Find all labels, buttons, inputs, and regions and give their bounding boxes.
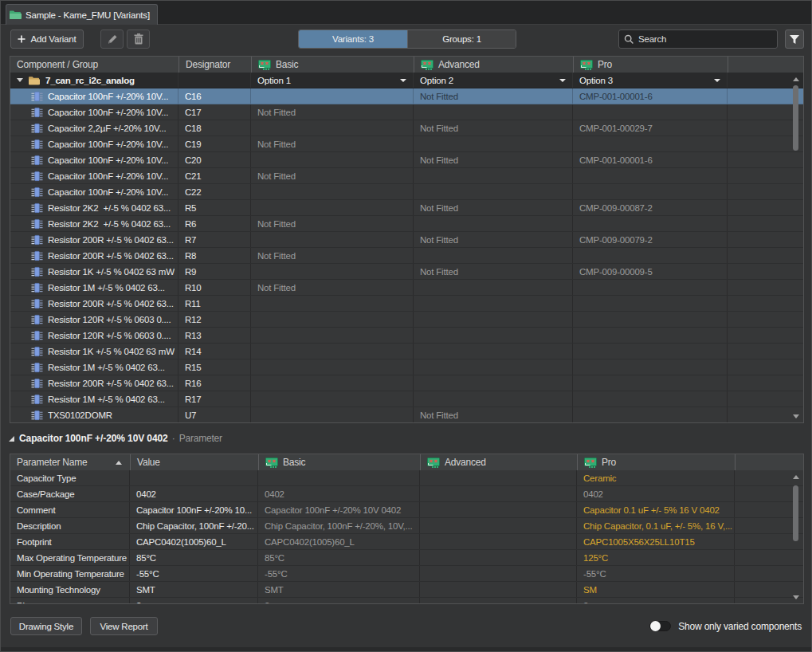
basic-variant-cell[interactable] [251, 312, 414, 327]
document-tab[interactable]: Sample - Kame_FMU [Variants] [6, 4, 158, 25]
basic-variant-cell[interactable] [251, 296, 414, 311]
basic-variant-cell[interactable] [251, 120, 414, 136]
parameter-advanced-cell[interactable] [420, 534, 577, 549]
column-header-basic[interactable]: Basic [251, 57, 414, 73]
parameter-row[interactable]: Pins 2 2 2 [10, 598, 803, 604]
parameters-scrollbar-thumb[interactable] [793, 485, 798, 541]
advanced-variant-cell[interactable] [414, 280, 573, 295]
pro-variant-cell[interactable] [573, 248, 728, 263]
pro-variant-cell[interactable] [573, 407, 728, 422]
column-header-parameter-name[interactable]: Parameter Name [10, 454, 130, 470]
advanced-variant-cell[interactable]: Not Fitted [414, 200, 573, 215]
basic-variant-cell[interactable] [251, 152, 414, 167]
basic-variant-cell[interactable] [251, 232, 414, 247]
parameter-pro-cell[interactable]: Capacitor 0.1 uF +/- 5% 16 V 0402 [577, 502, 735, 517]
parameter-advanced-cell[interactable] [420, 550, 577, 565]
table-row[interactable]: Resistor 2K2 +/-5 % 0402 63... R6 Not Fi… [10, 216, 803, 232]
parameter-advanced-cell[interactable] [420, 566, 577, 581]
pro-variant-cell[interactable]: CMP-009-00087-2 [573, 200, 728, 215]
basic-variant-cell[interactable]: Not Fitted [251, 136, 414, 151]
advanced-variant-cell[interactable] [414, 184, 573, 199]
parameters-scrollbar[interactable] [789, 471, 802, 603]
advanced-variant-cell[interactable] [414, 344, 573, 359]
advanced-variant-cell[interactable] [414, 136, 573, 151]
pro-variant-cell[interactable]: CMP-001-00001-6 [573, 152, 728, 167]
show-only-varied-toggle[interactable] [649, 621, 671, 631]
advanced-variant-cell[interactable]: Not Fitted [414, 232, 573, 247]
advanced-option-select[interactable]: Option 2 [414, 73, 573, 88]
parameter-pro-cell[interactable]: CAPC1005X56X25LL10T15 [577, 534, 735, 549]
parameter-advanced-cell[interactable] [420, 470, 577, 485]
advanced-variant-cell[interactable] [414, 391, 573, 407]
pro-variant-cell[interactable] [573, 344, 728, 359]
table-row[interactable]: Capacitor 100nF +/-20% 10V... C21 Not Fi… [10, 168, 803, 184]
advanced-variant-cell[interactable]: Not Fitted [414, 120, 573, 136]
table-row[interactable]: Capacitor 100nF +/-20% 10V... C17 Not Fi… [10, 104, 803, 120]
parameter-row[interactable]: Case/Package 0402 0402 0402 [10, 486, 803, 502]
advanced-variant-cell[interactable] [414, 312, 573, 327]
basic-variant-cell[interactable]: Not Fitted [251, 216, 414, 231]
parameter-row[interactable]: Capacitor Type Ceramic [10, 470, 803, 486]
column-header-advanced[interactable]: Advanced [414, 57, 573, 73]
tab-variants[interactable]: Variants: 3 [299, 30, 407, 48]
pro-variant-cell[interactable] [573, 168, 728, 183]
basic-variant-cell[interactable] [251, 200, 414, 215]
table-row[interactable]: Resistor 1K +/-5 % 0402 63 mW R14 [10, 344, 803, 359]
add-variant-button[interactable]: Add Variant [10, 29, 84, 49]
parameter-basic-cell[interactable]: 85°C [258, 550, 420, 565]
edit-variant-button[interactable] [100, 29, 124, 49]
advanced-variant-cell[interactable] [414, 104, 573, 120]
search-input[interactable] [638, 34, 772, 44]
pro-variant-cell[interactable] [573, 391, 728, 407]
table-row[interactable]: Resistor 1M +/-5 % 0402 63... R17 [10, 391, 803, 407]
group-row[interactable]: 7_can_rc_i2c_analog Option 1 Option 2 Op… [10, 73, 803, 88]
advanced-variant-cell[interactable] [414, 359, 573, 375]
advanced-variant-cell[interactable] [414, 168, 573, 183]
column-header-param-basic[interactable]: Basic [258, 454, 420, 470]
parameter-row[interactable]: Comment Capacitor 100nF +/-20% 10... Cap… [10, 502, 803, 518]
table-row[interactable]: Capacitor 100nF +/-20% 10V... C19 Not Fi… [10, 136, 803, 152]
parameter-pro-cell[interactable]: SM [577, 582, 735, 597]
parameter-row[interactable]: Min Operating Temperature -55°C -55°C -5… [10, 566, 803, 582]
column-header-param-advanced[interactable]: Advanced [420, 454, 577, 470]
pro-variant-cell[interactable]: CMP-001-00029-7 [573, 120, 728, 136]
advanced-variant-cell[interactable]: Not Fitted [414, 264, 573, 279]
pro-variant-cell[interactable] [573, 359, 728, 375]
basic-variant-cell[interactable] [251, 264, 414, 279]
basic-variant-cell[interactable] [251, 375, 414, 391]
parameter-advanced-cell[interactable] [420, 598, 577, 604]
basic-option-select[interactable]: Option 1 [251, 73, 414, 88]
column-header-value[interactable]: Value [130, 454, 258, 470]
table-row[interactable]: Resistor 1M +/-5 % 0402 63... R10 Not Fi… [10, 280, 803, 296]
view-report-button[interactable]: View Report [90, 617, 158, 635]
advanced-variant-cell[interactable] [414, 216, 573, 231]
basic-variant-cell[interactable] [251, 328, 414, 343]
table-row[interactable]: Resistor 200R +/-5 % 0402 63... R11 [10, 296, 803, 312]
parameter-row[interactable]: Max Operating Temperature 85°C 85°C 125°… [10, 550, 803, 566]
parameter-advanced-cell[interactable] [420, 502, 577, 517]
column-header-pro[interactable]: Pro [573, 57, 728, 73]
advanced-variant-cell[interactable] [414, 375, 573, 391]
parameter-pro-cell[interactable]: Ceramic [577, 470, 735, 485]
basic-variant-cell[interactable]: Not Fitted [251, 104, 414, 120]
components-scrollbar-thumb[interactable] [793, 85, 798, 151]
table-row[interactable]: Resistor 1K +/-5 % 0402 63 mW R9 Not Fit… [10, 264, 803, 280]
parameter-advanced-cell[interactable] [420, 582, 577, 597]
table-row[interactable]: Capacitor 2,2µF +/-20% 10V... C18 Not Fi… [10, 120, 803, 136]
advanced-variant-cell[interactable] [414, 296, 573, 311]
parameter-basic-cell[interactable] [258, 470, 420, 485]
filter-button[interactable] [785, 29, 804, 49]
parameter-basic-cell[interactable]: 0402 [258, 486, 420, 501]
table-row[interactable]: Resistor 200R +/-5 % 0402 63... R7 Not F… [10, 232, 803, 248]
basic-variant-cell[interactable] [251, 359, 414, 375]
scroll-up-icon[interactable] [789, 471, 802, 482]
pro-variant-cell[interactable] [573, 216, 728, 231]
pro-variant-cell[interactable]: CMP-001-00001-6 [573, 88, 728, 104]
pro-option-select[interactable]: Option 3 [573, 73, 728, 88]
table-row[interactable]: Capacitor 100nF +/-20% 10V... C16 Not Fi… [10, 88, 803, 104]
parameter-pro-cell[interactable]: 0402 [577, 486, 735, 501]
tab-groups[interactable]: Groups: 1 [407, 30, 516, 48]
scroll-up-icon[interactable] [789, 73, 802, 84]
advanced-variant-cell[interactable] [414, 248, 573, 263]
table-row[interactable]: Resistor 200R +/-5 % 0402 63... R8 Not F… [10, 248, 803, 264]
